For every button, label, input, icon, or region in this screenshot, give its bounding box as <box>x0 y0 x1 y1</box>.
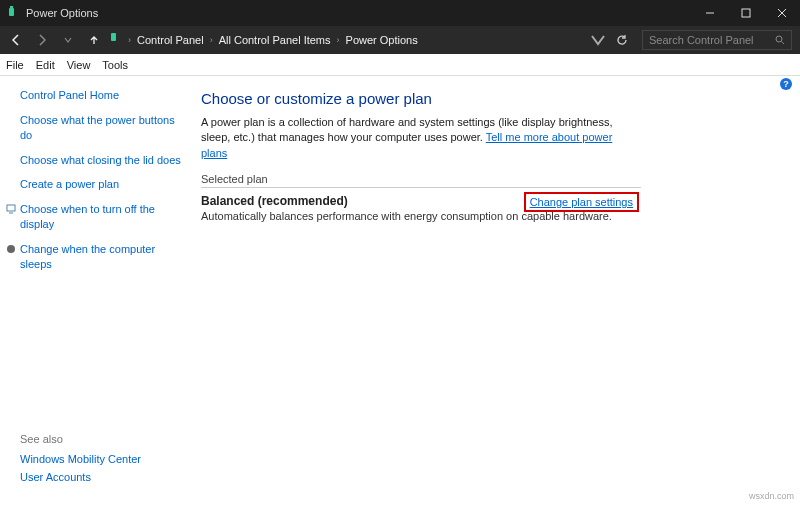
minimize-button[interactable] <box>692 0 728 26</box>
moon-icon <box>6 243 16 253</box>
sidebar-link-label: Choose when to turn off the display <box>20 202 185 232</box>
plan-description: Automatically balances performance with … <box>201 210 641 222</box>
breadcrumb-mid[interactable]: All Control Panel Items <box>219 34 331 46</box>
breadcrumb-root[interactable]: Control Panel <box>137 34 204 46</box>
content: Control Panel Home Choose what the power… <box>0 76 800 505</box>
page-description: A power plan is a collection of hardware… <box>201 115 641 161</box>
app-icon <box>6 6 20 20</box>
navbar: › Control Panel › All Control Panel Item… <box>0 26 800 54</box>
see-link-user-accounts[interactable]: User Accounts <box>20 471 91 483</box>
search-input[interactable]: Search Control Panel <box>642 30 792 50</box>
close-button[interactable] <box>764 0 800 26</box>
up-button[interactable] <box>82 28 106 52</box>
see-link-mobility-center[interactable]: Windows Mobility Center <box>20 453 141 465</box>
page-heading: Choose or customize a power plan <box>201 90 782 107</box>
menu-view[interactable]: View <box>67 59 91 71</box>
sidebar-link-label: Change when the computer sleeps <box>20 242 185 272</box>
help-icon[interactable]: ? <box>780 78 792 90</box>
path-icon <box>108 31 122 49</box>
watermark: wsxdn.com <box>749 491 794 501</box>
sidebar-link-turn-off-display[interactable]: Choose when to turn off the display <box>6 202 185 232</box>
menu-tools[interactable]: Tools <box>102 59 128 71</box>
sidebar-home[interactable]: Control Panel Home <box>20 88 185 103</box>
chevron-right-icon: › <box>128 35 131 45</box>
svg-point-11 <box>7 245 15 253</box>
main: ? Choose or customize a power plan A pow… <box>195 76 800 505</box>
selected-plan-label: Selected plan <box>201 173 641 188</box>
sidebar-link-closing-lid[interactable]: Choose what closing the lid does <box>20 153 185 168</box>
maximize-button[interactable] <box>728 0 764 26</box>
svg-rect-0 <box>9 8 14 16</box>
breadcrumb-leaf[interactable]: Power Options <box>346 34 418 46</box>
chevron-right-icon: › <box>337 35 340 45</box>
svg-rect-1 <box>10 6 13 9</box>
search-placeholder: Search Control Panel <box>649 34 775 46</box>
change-plan-settings-link[interactable]: Change plan settings <box>526 194 637 210</box>
see-also-heading: See also <box>20 433 63 445</box>
sidebar-link-computer-sleeps[interactable]: Change when the computer sleeps <box>6 242 185 272</box>
menu-edit[interactable]: Edit <box>36 59 55 71</box>
menubar: File Edit View Tools <box>0 54 800 76</box>
recent-dropdown[interactable] <box>56 28 80 52</box>
sidebar-link-power-buttons[interactable]: Choose what the power buttons do <box>20 113 185 143</box>
svg-rect-6 <box>111 33 116 41</box>
forward-button[interactable] <box>30 28 54 52</box>
plan-row: Balanced (recommended) Change plan setti… <box>201 194 641 222</box>
search-icon <box>775 35 785 45</box>
breadcrumb[interactable]: › Control Panel › All Control Panel Item… <box>128 34 418 46</box>
svg-point-7 <box>776 36 782 42</box>
svg-rect-3 <box>742 9 750 17</box>
monitor-icon <box>6 203 16 213</box>
titlebar: Power Options <box>0 0 800 26</box>
menu-file[interactable]: File <box>6 59 24 71</box>
refresh-button[interactable] <box>610 28 634 52</box>
svg-line-8 <box>782 42 785 45</box>
sidebar-link-create-plan[interactable]: Create a power plan <box>20 177 185 192</box>
sidebar: Control Panel Home Choose what the power… <box>0 76 195 505</box>
address-dropdown[interactable] <box>588 28 608 52</box>
back-button[interactable] <box>4 28 28 52</box>
chevron-right-icon: › <box>210 35 213 45</box>
window-title: Power Options <box>26 7 98 19</box>
svg-rect-9 <box>7 205 15 211</box>
